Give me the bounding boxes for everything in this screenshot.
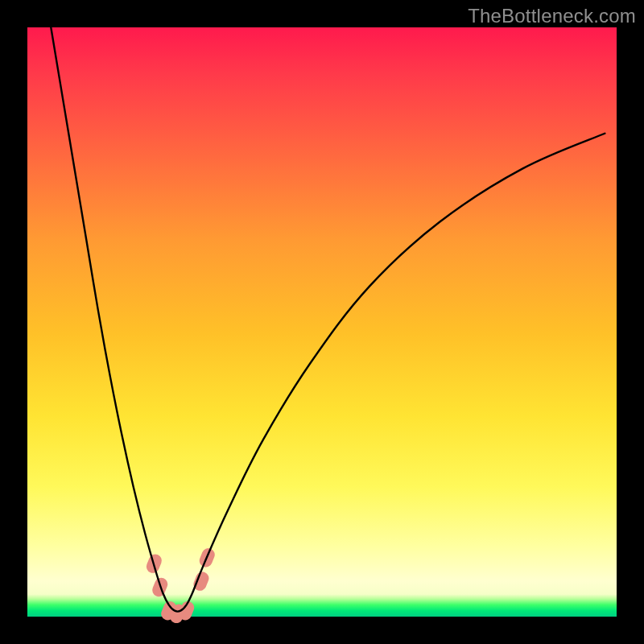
bottleneck-curve bbox=[51, 27, 605, 612]
watermark-text: TheBottleneck.com bbox=[468, 5, 636, 27]
curve-svg bbox=[27, 27, 617, 617]
chart-frame: TheBottleneck.com bbox=[0, 0, 644, 644]
plot-area bbox=[27, 27, 617, 617]
